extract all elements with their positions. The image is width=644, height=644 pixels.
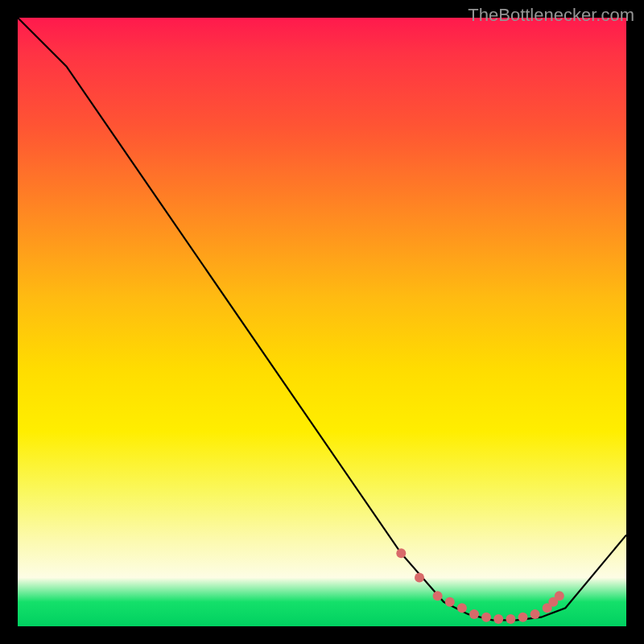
highlight-dot	[530, 609, 540, 619]
highlight-dots	[396, 548, 564, 624]
bottleneck-curve	[18, 18, 626, 620]
attribution-text: TheBottlenecker.com	[468, 5, 634, 26]
highlight-dot	[493, 614, 503, 624]
highlight-dot	[433, 591, 443, 601]
highlight-dot	[506, 614, 515, 624]
highlight-dot	[481, 613, 491, 622]
chart-overlay	[18, 18, 626, 626]
highlight-dot	[445, 597, 455, 607]
highlight-dot	[518, 613, 528, 622]
highlight-dot	[555, 591, 564, 601]
highlight-dot	[457, 603, 467, 613]
highlight-dot	[396, 548, 406, 558]
highlight-dot	[469, 609, 479, 619]
highlight-dot	[415, 573, 424, 583]
